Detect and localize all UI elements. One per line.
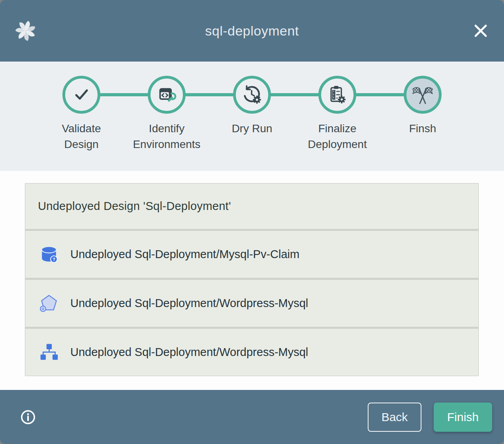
history-gear-icon[interactable] xyxy=(233,76,271,114)
status-row-design: Undeployed Design 'Sql-Deployment' xyxy=(25,184,478,229)
step-label: Finalize Deployment xyxy=(303,121,372,152)
step-label: Dry Run xyxy=(232,121,273,137)
nirmata-pinwheel-logo xyxy=(14,19,51,42)
sql-deployment-dialog: sql-deployment Validate Design xyxy=(0,0,504,444)
clipboard-gear-icon[interactable] xyxy=(318,76,356,114)
back-button[interactable]: Back xyxy=(368,403,421,432)
status-row-wordpress-mysql-app: Undeployed Sql-Deployment/Wordpress-Mysq… xyxy=(25,280,478,327)
step-finalize-deployment[interactable]: Finalize Deployment xyxy=(295,76,380,152)
step-finish[interactable]: Finsh xyxy=(380,76,465,152)
step-identify-environments[interactable]: Identify Environments xyxy=(124,76,209,152)
status-text: Undeployed Sql-Deployment/Wordpress-Mysq… xyxy=(70,297,308,310)
status-row-wordpress-mysql-tree: Undeployed Sql-Deployment/Wordpress-Mysq… xyxy=(25,329,478,376)
status-content-area: Undeployed Design 'Sql-Deployment' ? Und… xyxy=(0,171,504,390)
close-icon[interactable] xyxy=(453,22,490,40)
database-icon: ? xyxy=(39,245,59,264)
status-text: Undeployed Design 'Sql-Deployment' xyxy=(38,200,231,213)
step-dry-run[interactable]: Dry Run xyxy=(209,76,295,152)
finish-button[interactable]: Finish xyxy=(434,403,492,432)
status-text: Undeployed Sql-Deployment/Wordpress-Mysq… xyxy=(70,346,308,359)
code-window-wrench-icon[interactable] xyxy=(148,76,186,114)
pentagon-icon xyxy=(39,294,59,313)
status-row-mysql-pv-claim: ? Undeployed Sql-Deployment/Mysql-Pv-Cla… xyxy=(25,231,478,278)
info-icon[interactable] xyxy=(20,409,36,425)
tree-icon xyxy=(39,343,59,362)
wizard-stepper: Validate Design Identify Environments xyxy=(0,62,504,171)
status-text: Undeployed Sql-Deployment/Mysql-Pv-Claim xyxy=(70,248,299,261)
dialog-header: sql-deployment xyxy=(0,0,504,62)
svg-text:?: ? xyxy=(53,257,55,261)
check-icon[interactable] xyxy=(62,76,100,114)
step-validate-design[interactable]: Validate Design xyxy=(39,76,124,152)
checkered-flags-icon[interactable] xyxy=(404,76,442,114)
step-label: Identify Environments xyxy=(132,121,201,152)
dialog-footer: Back Finish xyxy=(0,390,504,444)
step-label: Validate Design xyxy=(47,121,116,152)
dialog-title: sql-deployment xyxy=(51,23,453,39)
step-label: Finsh xyxy=(409,121,436,137)
deployment-status-panel: Undeployed Design 'Sql-Deployment' ? Und… xyxy=(25,183,479,376)
